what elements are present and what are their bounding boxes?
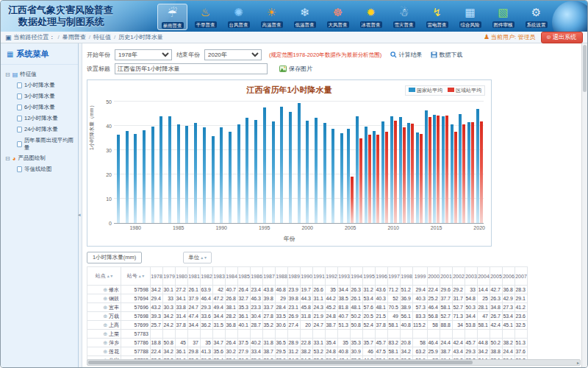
- station-name-cell[interactable]: ⊕铜鼓: [87, 294, 121, 303]
- bar-national-1982[interactable]: [151, 127, 154, 223]
- column-header-year[interactable]: 1989: [288, 267, 301, 286]
- bar-national-2001[interactable]: [315, 118, 318, 223]
- bar-national-2002[interactable]: [323, 123, 326, 223]
- tree-item-0-4[interactable]: 24小时降水量: [5, 124, 76, 135]
- tree-group-0[interactable]: ⊟▤特征值: [5, 69, 76, 79]
- column-header-year[interactable]: 1986: [251, 267, 263, 286]
- bar-national-1983[interactable]: [159, 116, 162, 223]
- bar-national-1995[interactable]: [263, 107, 266, 223]
- column-header-year[interactable]: 1981: [188, 267, 201, 286]
- bar-national-2006[interactable]: [356, 116, 359, 223]
- column-header-year[interactable]: 1990: [301, 267, 313, 286]
- bar-national-1994[interactable]: [254, 120, 257, 223]
- station-name-cell[interactable]: ⊕宜丰: [87, 303, 121, 312]
- bar-national-2000[interactable]: [306, 121, 309, 223]
- bar-national-1985[interactable]: [177, 124, 180, 223]
- sort-icons[interactable]: ▴ ▾: [139, 274, 145, 278]
- bar-national-1992[interactable]: [237, 124, 240, 223]
- toolbar-item-8[interactable]: ↯雷电普查: [422, 4, 452, 30]
- chart-title-input[interactable]: [115, 63, 268, 74]
- expand-row-icon[interactable]: ⊕: [103, 305, 107, 310]
- bar-national-2016[interactable]: [442, 116, 445, 223]
- column-header-year[interactable]: 1995: [363, 267, 376, 286]
- column-header-year[interactable]: 1998: [401, 267, 413, 286]
- column-header-year[interactable]: 2006: [503, 267, 515, 286]
- bar-national-1996[interactable]: [272, 121, 275, 223]
- column-header-year[interactable]: 1982: [201, 267, 213, 286]
- bar-regional-2008[interactable]: [376, 135, 379, 223]
- bar-national-1986[interactable]: [185, 126, 188, 223]
- bar-national-1981[interactable]: [143, 130, 146, 223]
- bar-national-1991[interactable]: [229, 132, 232, 223]
- bar-regional-2006[interactable]: [359, 138, 362, 224]
- toolbar-item-1[interactable]: ♨干旱普查: [190, 4, 220, 30]
- tree-item-0-1[interactable]: 3小时降水量: [5, 91, 76, 102]
- column-header-year[interactable]: 2002: [453, 267, 465, 286]
- bar-national-1987[interactable]: [194, 123, 197, 223]
- tree-group-1[interactable]: ⊟◕产品图绘制: [5, 153, 76, 163]
- column-header-year[interactable]: 1988: [276, 267, 288, 286]
- column-header-year[interactable]: 1987: [263, 267, 276, 286]
- data-download-button[interactable]: 数据下载: [431, 51, 462, 59]
- column-header-year[interactable]: 1983: [213, 267, 226, 286]
- tree-item-0-3[interactable]: 12小时降水量: [5, 113, 76, 124]
- bar-national-2003[interactable]: [331, 129, 334, 223]
- bar-regional-2012[interactable]: [411, 124, 414, 223]
- breadcrumb-segment[interactable]: 暴雨普查: [62, 34, 86, 40]
- horizontal-scrollbar[interactable]: ▸: [87, 359, 581, 366]
- toolbar-item-6[interactable]: ✹冰雹普查: [356, 4, 386, 30]
- toolbar-item-3[interactable]: ☀高温普查: [257, 4, 287, 30]
- bar-national-1984[interactable]: [168, 116, 171, 223]
- column-header-year[interactable]: 2003: [465, 267, 478, 286]
- column-header-year[interactable]: 1996: [376, 267, 388, 286]
- vscroll-thumb[interactable]: [583, 45, 587, 92]
- bar-national-1989[interactable]: [212, 136, 215, 223]
- column-header-year[interactable]: 1978: [151, 267, 163, 286]
- column-header-year[interactable]: 1999: [413, 267, 428, 286]
- bar-regional-2017[interactable]: [454, 132, 457, 223]
- bar-national-2020[interactable]: [476, 109, 479, 223]
- toolbar-item-10[interactable]: ▧图件审核: [488, 4, 518, 30]
- bar-national-1990[interactable]: [220, 127, 223, 223]
- bar-national-2018[interactable]: [459, 114, 462, 224]
- start-year-select[interactable]: 1978年: [115, 49, 172, 60]
- station-name-cell[interactable]: ⊕上栗: [87, 330, 121, 339]
- bar-national-2017[interactable]: [451, 124, 453, 223]
- column-header-year[interactable]: 1994: [351, 267, 363, 286]
- expand-row-icon[interactable]: ⊕: [103, 331, 107, 336]
- tree-item-0-2[interactable]: 6小时降水量: [5, 102, 76, 113]
- column-header-year[interactable]: 1984: [226, 267, 238, 286]
- column-header-year[interactable]: 2000: [428, 267, 440, 286]
- save-image-button[interactable]: 保存图片: [279, 65, 312, 73]
- bar-national-2011[interactable]: [399, 117, 402, 223]
- column-header-year[interactable]: 1997: [388, 267, 401, 286]
- bar-national-1988[interactable]: [203, 127, 206, 223]
- toolbar-item-9[interactable]: ▦综合风险: [455, 4, 485, 30]
- toolbar-item-5[interactable]: ☸大风普查: [323, 4, 353, 30]
- collapse-toggle-icon[interactable]: ⊟: [5, 155, 10, 162]
- column-header-year[interactable]: 1991: [313, 267, 326, 286]
- unit-button[interactable]: 1小时降水量(mm): [87, 252, 142, 263]
- bar-national-2008[interactable]: [373, 131, 376, 223]
- bar-regional-2005[interactable]: [351, 177, 354, 223]
- bar-national-1998[interactable]: [289, 112, 292, 223]
- expand-row-icon[interactable]: ⊕: [103, 287, 107, 292]
- bar-regional-2009[interactable]: [385, 132, 388, 223]
- hscroll-thumb[interactable]: [88, 361, 473, 364]
- tree-item-1-0[interactable]: 等值线绘图: [5, 163, 76, 174]
- bar-national-1979[interactable]: [126, 131, 129, 223]
- bar-national-2012[interactable]: [407, 123, 410, 223]
- toolbar-item-0[interactable]: ☔暴雨普查: [157, 4, 187, 30]
- breadcrumb-segment[interactable]: 历史1小时降水量: [118, 34, 162, 40]
- station-name-cell[interactable]: ⊕万载: [87, 312, 121, 321]
- toolbar-item-4[interactable]: ❄低温普查: [290, 4, 320, 30]
- bar-regional-2018[interactable]: [462, 124, 465, 223]
- station-name-cell[interactable]: ⊕修水: [87, 286, 121, 294]
- sort-icons[interactable]: ▴ ▾: [107, 274, 113, 278]
- bar-national-2004[interactable]: [340, 133, 343, 223]
- expand-row-icon[interactable]: ⊕: [103, 296, 107, 301]
- station-name-cell[interactable]: ⊕上高: [87, 321, 121, 330]
- bar-regional-2007[interactable]: [368, 135, 371, 223]
- bar-national-2005[interactable]: [347, 129, 350, 223]
- collapse-toggle-icon[interactable]: ⊟: [5, 71, 10, 78]
